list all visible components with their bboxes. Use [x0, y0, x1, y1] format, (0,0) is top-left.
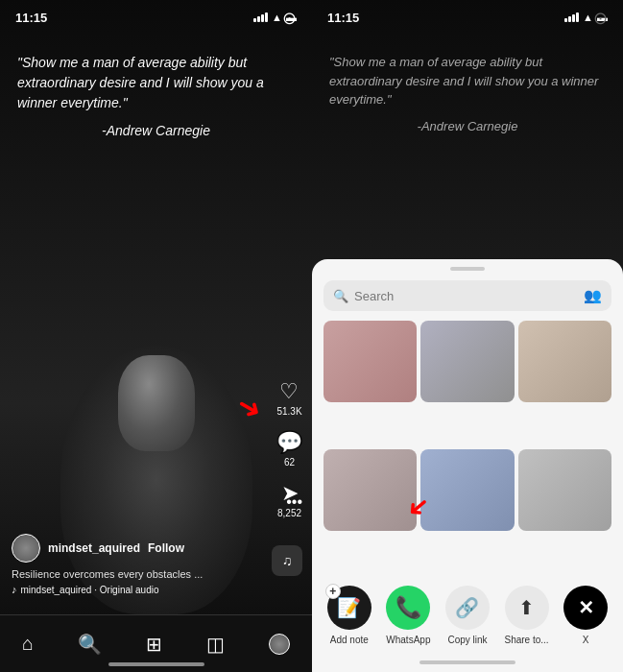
audio-label: mindset_aquired · Original audio	[21, 585, 159, 595]
add-note-label: Add note	[330, 635, 369, 645]
bottom-info: mindset_aquired Follow Resilience overco…	[12, 534, 264, 595]
follow-button[interactable]: Follow	[148, 541, 184, 555]
home-indicator-left	[108, 662, 204, 666]
wifi-icon: ▲	[272, 12, 282, 23]
add-note-circle: + 📝	[327, 586, 371, 630]
copy-link-label: Copy link	[447, 635, 487, 645]
nav-home[interactable]: ⌂	[22, 633, 34, 655]
username[interactable]: mindset_aquired	[48, 541, 140, 555]
heart-icon: ♡	[279, 379, 299, 404]
remix-icon[interactable]: ♫	[272, 545, 302, 576]
music-icon: ♪	[12, 584, 17, 595]
comment-button[interactable]: 💬 62	[276, 430, 302, 468]
quote-author-left: -Andrew Carnegie	[17, 121, 295, 141]
left-panel: 11:15 ▲ ▬ ⊙ "Show me a man of average ab…	[0, 0, 312, 672]
plus-badge: +	[325, 584, 341, 599]
whatsapp-circle: 📞	[386, 586, 430, 630]
right-panel: 11:15 ▲ ▬ ⊙ "Show me a man of average ab…	[312, 0, 623, 672]
more-options-button[interactable]: •••	[286, 493, 302, 511]
signal-icon-right	[564, 12, 579, 22]
status-bar-left: 11:15 ▲ ▬	[0, 0, 312, 29]
comment-icon: 💬	[276, 430, 302, 455]
x-label: X	[583, 635, 589, 645]
share-sheet: 🔍 👥 + 📝 Add note	[312, 259, 623, 672]
contact-2[interactable]	[420, 321, 514, 402]
home-indicator-right	[419, 660, 515, 664]
likes-count: 51.3K	[276, 406, 301, 417]
quote-author-right: -Andrew Carnegie	[329, 117, 606, 136]
sheet-handle	[450, 267, 485, 271]
contact-6[interactable]	[518, 449, 611, 531]
quote-text-right: "Show me a man of average ability but ex…	[329, 53, 606, 135]
statue-head	[118, 355, 195, 451]
search-bar[interactable]: 🔍 👥	[323, 280, 611, 311]
copy-link-action[interactable]: 🔗 Copy link	[441, 586, 493, 645]
like-button[interactable]: ♡ 51.3K	[276, 379, 301, 417]
share-to-label: Share to...	[505, 635, 549, 645]
x-action[interactable]: ✕ X	[560, 586, 612, 645]
action-row: + 📝 Add note 📞 WhatsApp 🔗 Copy link ⬆	[312, 574, 623, 657]
contact-4[interactable]	[323, 449, 417, 531]
share-to-circle: ⬆	[505, 586, 549, 630]
signal-icon	[253, 12, 268, 22]
whatsapp-action[interactable]: 📞 WhatsApp	[382, 586, 435, 645]
video-description: Resilience overcomes every obstacles ...	[12, 568, 264, 580]
x-circle: ✕	[563, 586, 608, 630]
time-right: 11:15	[327, 11, 359, 25]
add-people-icon[interactable]: 👥	[584, 287, 602, 304]
nav-profile[interactable]	[269, 634, 290, 655]
contacts-grid	[312, 321, 623, 574]
nav-search[interactable]: 🔍	[78, 633, 102, 656]
camera-icon[interactable]: ⊙	[282, 8, 297, 29]
share-to-action[interactable]: ⬆ Share to...	[500, 586, 553, 645]
nav-inbox[interactable]: ◫	[206, 633, 225, 656]
search-icon: 🔍	[333, 289, 348, 303]
contact-1[interactable]	[323, 321, 417, 402]
contact-3[interactable]	[518, 321, 611, 402]
contact-5[interactable]	[420, 449, 514, 531]
copy-link-circle: 🔗	[445, 586, 490, 630]
user-row: mindset_aquired Follow	[12, 534, 264, 563]
time-left: 11:15	[15, 11, 47, 25]
nav-create[interactable]: ⊞	[146, 633, 162, 656]
add-note-action[interactable]: + 📝 Add note	[323, 586, 375, 645]
search-input[interactable]	[354, 289, 578, 303]
avatar[interactable]	[12, 534, 40, 563]
camera-icon-right[interactable]: ⊙	[593, 8, 608, 29]
wifi-icon-right: ▲	[583, 12, 593, 23]
quote-text-left: "Show me a man of average ability but ex…	[17, 53, 295, 141]
status-bar-right: 11:15 ▲ ▬	[312, 0, 623, 29]
comments-count: 62	[284, 457, 295, 468]
audio-row: ♪ mindset_aquired · Original audio	[12, 584, 264, 595]
whatsapp-label: WhatsApp	[386, 635, 430, 645]
